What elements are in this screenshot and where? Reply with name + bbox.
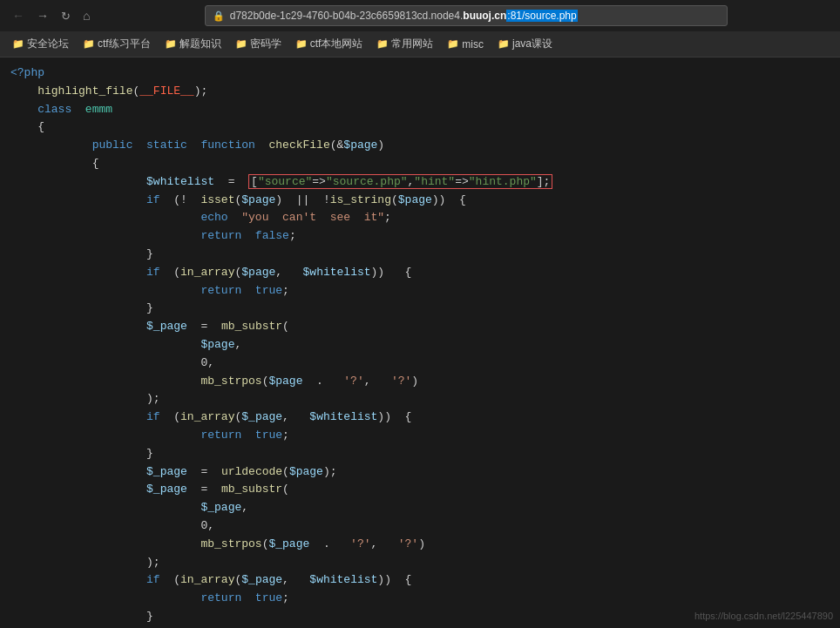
bookmark-ctf-practice[interactable]: 📁 ctf练习平台 <box>78 35 156 53</box>
code-line-10: return false; <box>10 227 830 246</box>
folder-icon: 📁 <box>498 38 510 50</box>
code-line-15: } <box>10 300 830 318</box>
bookmark-security-forum[interactable]: 📁 安全论坛 <box>7 35 74 53</box>
refresh-button[interactable]: ↻ <box>58 8 74 24</box>
code-line-22: if (in_array($_page, $whitelist)) { <box>10 409 830 427</box>
code-line-29: 0, <box>10 517 830 536</box>
bookmark-java[interactable]: 📁 java课设 <box>492 35 558 53</box>
code-area: <?php highlight_file(__FILE__); class em… <box>0 57 840 628</box>
code-line-26: $_page = urldecode($page); <box>10 463 830 482</box>
browser-chrome: ← → ↻ ⌂ 🔒 d782b0de-1c29-4760-b04b-23c665… <box>0 0 840 57</box>
code-line-17: $_page = mb_substr( <box>10 318 830 336</box>
folder-icon: 📁 <box>447 38 459 50</box>
watermark: https://blog.csdn.net/l225447890 <box>694 611 833 621</box>
back-button[interactable]: ← <box>9 7 28 24</box>
code-line-4: { <box>10 118 830 137</box>
code-line-2: highlight_file(__FILE__); <box>10 83 830 101</box>
code-line-30: mb_strpos($_page . '?', '?') <box>10 536 830 554</box>
bookmark-common-sites[interactable]: 📁 常用网站 <box>371 35 438 53</box>
code-line-11: } <box>10 246 830 264</box>
code-line-23: return true; <box>10 427 830 445</box>
folder-icon: 📁 <box>376 38 389 50</box>
code-line-32: if (in_array($_page, $whitelist)) { <box>10 571 830 590</box>
folder-icon: 📁 <box>12 38 24 50</box>
code-line-21: ); <box>10 390 830 409</box>
code-line-8: if (! isset($page) || !is_string($page))… <box>10 192 830 210</box>
title-bar: ← → ↻ ⌂ 🔒 d782b0de-1c29-4760-b04b-23c665… <box>0 0 840 31</box>
code-line-3: class emmm <box>10 101 830 119</box>
code-line-5: public static function checkFile(&$page) <box>10 137 830 155</box>
bookmark-misc[interactable]: 📁 misc <box>442 37 489 52</box>
folder-icon: 📁 <box>83 38 95 50</box>
bookmarks-bar: 📁 安全论坛 📁 ctf练习平台 📁 解题知识 📁 密码学 📁 ctf本地网站 … <box>0 31 840 57</box>
code-line-20: mb_strpos($page . '?', '?') <box>10 373 830 391</box>
folder-icon: 📁 <box>165 38 177 50</box>
bookmark-solutions[interactable]: 📁 解题知识 <box>159 35 227 53</box>
code-line-14: return true; <box>10 282 830 300</box>
code-line-19: 0, <box>10 355 830 373</box>
code-line-33: return true; <box>10 590 830 608</box>
code-line-24: } <box>10 445 830 463</box>
code-line-13: if (in_array($page, $whitelist)) { <box>10 264 830 282</box>
bookmark-local-ctf[interactable]: 📁 ctf本地网站 <box>290 35 369 53</box>
folder-icon: 📁 <box>235 38 247 50</box>
code-line-7: $whitelist = ["source"=>"source.php","hi… <box>10 173 830 192</box>
code-line-31: ); <box>10 554 830 572</box>
home-button[interactable]: ⌂ <box>79 7 93 24</box>
address-bar[interactable]: 🔒 d782b0de-1c29-4760-b04b-23c6659813cd.n… <box>205 5 728 26</box>
code-line-18: $page, <box>10 336 830 355</box>
folder-icon: 📁 <box>295 38 308 50</box>
code-line-6: { <box>10 155 830 173</box>
bookmark-crypto[interactable]: 📁 密码学 <box>230 35 287 53</box>
forward-button[interactable]: → <box>33 7 52 24</box>
code-line-1: <?php <box>10 64 830 83</box>
security-icon: 🔒 <box>213 10 225 22</box>
url-text: d782b0de-1c29-4760-b04b-23c6659813cd.nod… <box>230 10 578 22</box>
nav-buttons: ← → ↻ ⌂ <box>9 7 93 24</box>
code-line-27: $_page = mb_substr( <box>10 481 830 499</box>
code-line-28: $_page, <box>10 499 830 517</box>
code-line-9: echo "you can't see it"; <box>10 209 830 227</box>
